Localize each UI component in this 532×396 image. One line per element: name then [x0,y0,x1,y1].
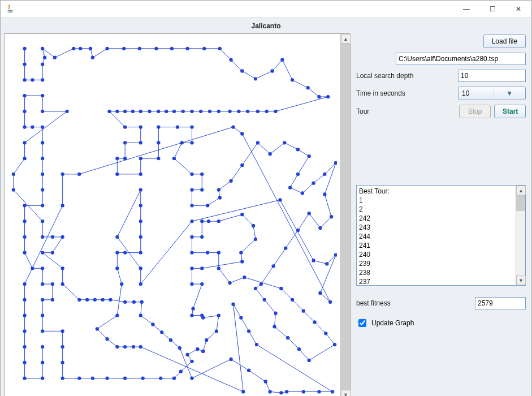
svg-point-108 [206,251,209,254]
svg-point-107 [190,251,193,254]
vscroll-thumb[interactable] [341,44,350,390]
svg-point-166 [159,376,162,380]
svg-point-76 [139,188,142,191]
svg-point-102 [41,251,44,254]
fitness-field[interactable] [475,297,526,309]
file-path-field[interactable] [396,53,526,65]
svg-point-162 [91,376,94,380]
svg-point-220 [229,358,232,361]
svg-point-74 [12,188,15,191]
svg-point-238 [325,262,328,265]
svg-point-144 [217,313,220,317]
svg-point-250 [190,360,193,363]
svg-point-231 [291,298,294,302]
list-vscroll-track[interactable] [516,211,525,276]
svg-point-88 [139,219,142,223]
svg-point-96 [61,235,64,239]
svg-point-40 [246,110,249,113]
svg-point-126 [200,282,204,286]
svg-point-136 [132,300,136,304]
svg-point-217 [286,336,289,339]
update-graph-checkbox[interactable] [358,319,366,327]
svg-point-23 [65,110,68,113]
scroll-up-button[interactable]: ▲ [341,34,351,44]
svg-point-227 [302,390,305,393]
chevron-up-icon: ▲ [343,36,348,42]
vscroll-track[interactable] [341,44,350,390]
svg-point-31 [165,110,168,113]
svg-point-18 [41,78,44,81]
svg-point-240 [312,259,315,262]
svg-point-237 [328,300,332,304]
svg-point-87 [41,219,44,223]
svg-point-113 [61,266,64,270]
titlebar: — ☐ ✕ [1,1,531,18]
svg-point-171 [254,77,257,80]
svg-point-79 [217,188,220,191]
svg-point-68 [61,173,64,176]
scroll-down-button[interactable]: ▼ [341,390,351,396]
svg-point-213 [239,316,243,319]
svg-point-29 [148,110,151,113]
java-icon [5,4,15,14]
svg-point-104 [115,251,119,254]
svg-point-121 [51,282,54,286]
svg-point-32 [172,110,176,113]
stop-button[interactable]: Stop [459,105,491,118]
svg-point-150 [61,345,64,348]
svg-point-70 [115,173,119,176]
svg-point-84 [190,204,193,207]
svg-point-174 [291,78,294,81]
svg-point-158 [23,376,26,380]
list-vscroll-thumb[interactable] [516,195,525,211]
maximize-button[interactable]: ☐ [479,1,505,18]
svg-point-192 [323,192,326,196]
svg-point-127 [23,298,26,302]
svg-point-183 [296,148,300,151]
svg-point-221 [247,369,250,372]
svg-point-147 [61,329,64,333]
svg-point-85 [206,204,209,207]
tour-label: Tour [356,107,459,115]
svg-point-203 [240,213,244,216]
load-file-button[interactable]: Load file [483,35,526,48]
svg-point-223 [279,391,283,394]
time-dropdown-value: 10 [462,89,494,97]
svg-point-71 [139,173,142,176]
tour-listbox-items: Best Tour:12242243244241240239238237 [357,186,516,285]
svg-point-222 [264,380,267,383]
svg-point-176 [317,95,321,98]
svg-point-4 [105,47,109,50]
svg-point-27 [131,110,135,113]
svg-point-128 [41,298,44,302]
svg-point-233 [313,320,316,324]
list-scroll-up[interactable]: ▲ [516,186,526,195]
search-depth-row: Local search depth [356,70,526,82]
svg-point-9 [185,47,189,50]
svg-point-151 [115,345,119,348]
svg-point-236 [318,291,322,295]
time-label: Time in seconds [356,89,458,97]
time-dropdown[interactable]: 10 ▼ [458,87,526,100]
svg-point-210 [263,298,266,302]
search-depth-field[interactable] [458,70,526,82]
svg-point-199 [330,215,333,218]
svg-point-21 [23,110,26,113]
svg-point-149 [41,345,44,348]
svg-point-103 [51,251,54,254]
minimize-button[interactable]: — [453,1,479,18]
close-button[interactable]: ✕ [505,1,531,18]
tour-list-vscroll[interactable]: ▲ ▼ [516,186,525,285]
svg-point-175 [306,86,310,89]
list-scroll-down[interactable]: ▼ [516,276,526,285]
svg-point-75 [41,188,44,191]
tour-listbox[interactable]: Best Tour:12242243244241240239238237 ▲ ▼ [356,185,526,286]
start-button[interactable]: Start [494,105,526,118]
svg-point-141 [139,313,142,317]
svg-point-61 [115,157,119,160]
svg-point-202 [218,196,222,199]
svg-point-116 [190,266,193,270]
graph-vscroll[interactable]: ▲ ▼ [340,34,350,396]
svg-point-194 [296,229,300,232]
graph-scroll: ▲ ▼ [5,34,350,396]
